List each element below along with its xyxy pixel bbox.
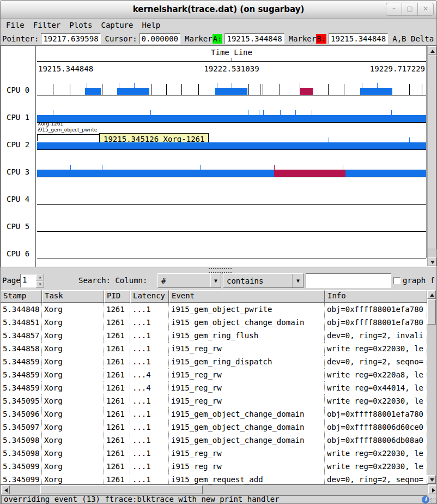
graph-follows-checkbox[interactable] [393, 277, 400, 284]
menu-help[interactable]: Help [142, 21, 160, 29]
resize-grip[interactable] [430, 498, 436, 504]
table-row[interactable]: 5.345098Xorg1261...1i915_gem_object_chan… [1, 434, 428, 447]
scroll-left-button[interactable] [1, 485, 10, 494]
event-tick [53, 84, 53, 95]
table-row[interactable]: 5.344859Xorg1261...4i915_reg_rwwrite reg… [1, 381, 428, 394]
cell: ...1 [130, 342, 169, 355]
timeline-graph[interactable]: CPU 0CPU 1CPU 2CPU 3CPU 4CPU 5CPU 6 Time… [1, 45, 437, 267]
cell: i915_reg_rw [169, 381, 325, 394]
table-row[interactable]: 5.345099Xorg1261...1i915_gem_request_add… [1, 473, 428, 485]
cpu-4-baseline [37, 204, 426, 205]
cell: 5.344859 [1, 355, 42, 368]
cell: ...1 [130, 355, 169, 368]
cell: obj=0xffff88006db08a0 [325, 434, 427, 447]
menu-filter[interactable]: Filter [33, 21, 61, 29]
cell: 1261 [104, 316, 130, 329]
task-event-tick [300, 83, 300, 88]
horizontal-scrollbar[interactable] [1, 485, 437, 495]
table-row[interactable]: 5.345099Xorg1261...1i915_reg_rwwrite reg… [1, 460, 428, 473]
table-row[interactable]: 5.344859Xorg1261...1i915_gem_ring_dispat… [1, 355, 428, 368]
match-select-value: contains [223, 277, 292, 285]
cell: 1261 [104, 460, 130, 473]
cell: i915_gem_object_change_domain [169, 407, 325, 421]
cell: Xorg [42, 421, 104, 434]
event-tick [409, 84, 410, 95]
event-tick [248, 84, 249, 95]
task-event-tick [274, 165, 275, 170]
column-header-stamp[interactable]: Stamp [1, 290, 42, 303]
arrow-right-icon [432, 488, 435, 493]
page-spinbox[interactable]: 1 ▲ ▼ [20, 274, 44, 287]
cell: dev=0, ring=2, seqno= [325, 473, 427, 485]
menu-file[interactable]: File [6, 21, 25, 29]
minimize-button[interactable]: – [386, 3, 402, 16]
column-header-task[interactable]: Task [42, 290, 104, 303]
cpu-label-3: CPU 3 [7, 167, 29, 176]
page-value[interactable]: 1 [20, 274, 36, 287]
menu-bar: FileFilterPlotsCaptureHelp [1, 19, 436, 31]
cpu-6-baseline [37, 259, 426, 259]
page-increment-button[interactable]: ▲ [36, 274, 44, 280]
scroll-up-button[interactable] [428, 46, 436, 55]
match-select[interactable]: contains ▼ [223, 273, 304, 288]
cell: 5.344848 [1, 303, 42, 316]
cell: 1261 [104, 381, 130, 394]
cell: i915_gem_object_pwrite [169, 303, 325, 316]
search-column-label: Search: Column: [78, 276, 147, 285]
table-row[interactable]: 5.344851Xorg1261...1i915_gem_object_chan… [1, 316, 428, 329]
column-header-info[interactable]: Info [325, 290, 427, 303]
scroll-right-button[interactable] [428, 485, 437, 494]
table-vertical-scrollbar[interactable] [427, 290, 436, 484]
task-event-tick [232, 83, 232, 88]
scroll-down-button[interactable] [427, 475, 436, 484]
menu-plots[interactable]: Plots [69, 21, 92, 29]
horizontal-scrollbar-thumb[interactable] [40, 485, 203, 494]
table-row[interactable]: 5.345095Xorg1261...1i915_reg_rwwrite reg… [1, 394, 428, 407]
event-tick [422, 84, 422, 95]
search-input[interactable] [306, 273, 391, 288]
table-row[interactable]: 5.344859Xorg1261...4i915_reg_rwwrite reg… [1, 368, 428, 381]
graph-scrollbar-thumb[interactable] [428, 56, 436, 249]
cell: 1261 [104, 355, 130, 368]
column-header-event[interactable]: Event [169, 290, 325, 303]
table-row[interactable]: 5.345098Xorg1261...1i915_reg_rwwrite reg… [1, 447, 428, 460]
cell: ...4 [130, 368, 169, 381]
title-bar[interactable]: kernelshark(trace.dat) (on sugarbay) –▢✕ [1, 1, 436, 19]
table-scrollbar-thumb[interactable] [427, 299, 436, 325]
cell: ...1 [130, 447, 169, 460]
cell: ...1 [130, 434, 169, 447]
cell: 1261 [104, 421, 130, 434]
column-header-latency[interactable]: Latency [130, 290, 169, 303]
cell: 1261 [104, 303, 130, 316]
scroll-up-button[interactable] [427, 290, 436, 299]
column-select[interactable]: # ▼ [157, 273, 221, 288]
cell: ...4 [130, 381, 169, 394]
timeline-plot[interactable]: Time Line 19215.344848 19222.531039 1922… [37, 46, 426, 267]
cell: ...1 [130, 303, 169, 316]
maximize-button[interactable]: ▢ [402, 3, 418, 16]
cell: ...1 [130, 473, 169, 485]
cell: Xorg [42, 394, 104, 407]
table-row[interactable]: 5.345096Xorg1261...1i915_gem_object_chan… [1, 407, 428, 421]
arrow-left-icon [4, 488, 8, 493]
graph-vertical-scrollbar[interactable] [427, 46, 436, 266]
close-button[interactable]: ✕ [417, 3, 434, 16]
scroll-down-button[interactable] [428, 257, 436, 266]
page-decrement-button[interactable]: ▼ [36, 281, 44, 287]
task-event-tick [280, 110, 281, 115]
menu-capture[interactable]: Capture [101, 21, 133, 29]
column-header-pid[interactable]: PID [104, 290, 130, 303]
cell: 5.345099 [1, 460, 42, 473]
task-event-tick [343, 165, 343, 170]
table-row[interactable]: 5.345097Xorg1261...1i915_gem_object_chan… [1, 421, 428, 434]
task-event-tick [377, 83, 378, 88]
cell: 5.345096 [1, 407, 42, 421]
cell: dev=0, ring=2, seqno= [325, 355, 427, 368]
table-row[interactable]: 5.344858Xorg1261...1i915_reg_rwwrite reg… [1, 342, 428, 355]
table-row[interactable]: 5.344848Xorg1261...1i915_gem_object_pwri… [1, 303, 428, 316]
task-event-tick [134, 83, 135, 88]
task-event-tick [312, 110, 312, 115]
task-event-tick [150, 110, 151, 115]
table-row[interactable]: 5.344857Xorg1261...1i915_gem_ring_flushd… [1, 329, 428, 342]
task-label-event: i915_gem_object_pwrite [38, 127, 97, 133]
